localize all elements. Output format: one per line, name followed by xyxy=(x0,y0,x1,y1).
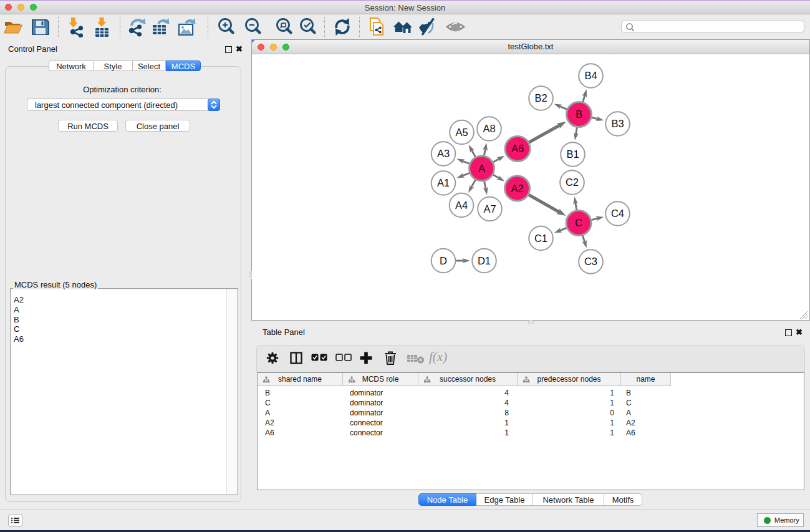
svg-text:B2: B2 xyxy=(534,92,547,104)
svg-text:D1: D1 xyxy=(478,255,491,266)
svg-text:A4: A4 xyxy=(455,200,468,211)
svg-text:B4: B4 xyxy=(584,70,597,81)
svg-text:C2: C2 xyxy=(566,177,579,188)
svg-text:C3: C3 xyxy=(584,256,597,267)
svg-text:A8: A8 xyxy=(483,123,495,134)
svg-text:A: A xyxy=(478,163,485,174)
svg-text:A2: A2 xyxy=(511,183,523,194)
svg-text:C1: C1 xyxy=(534,233,547,244)
svg-text:D: D xyxy=(440,255,447,266)
svg-text:B3: B3 xyxy=(611,118,624,129)
svg-text:A7: A7 xyxy=(483,203,496,215)
svg-text:B1: B1 xyxy=(566,148,579,160)
svg-text:A3: A3 xyxy=(437,148,450,159)
svg-text:A6: A6 xyxy=(511,143,524,154)
svg-text:A1: A1 xyxy=(437,177,450,188)
svg-text:B: B xyxy=(576,109,582,120)
svg-text:C: C xyxy=(575,217,582,228)
svg-text:C4: C4 xyxy=(611,208,624,219)
svg-text:A5: A5 xyxy=(455,127,468,138)
